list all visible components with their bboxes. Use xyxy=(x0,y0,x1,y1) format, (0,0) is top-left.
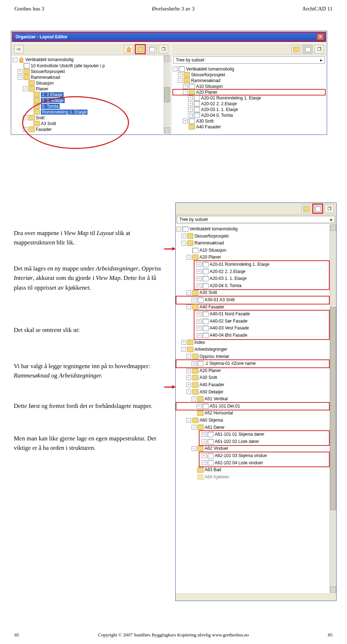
header-right: ArchiCAD 11 xyxy=(302,6,333,12)
header-left: Grethes hus 3 xyxy=(14,6,44,12)
header-center: Øvelseshefte 3 av 3 xyxy=(152,6,194,12)
page-header: Grethes hus 3 Øvelseshefte 3 av 3 ArchiC… xyxy=(0,0,347,15)
